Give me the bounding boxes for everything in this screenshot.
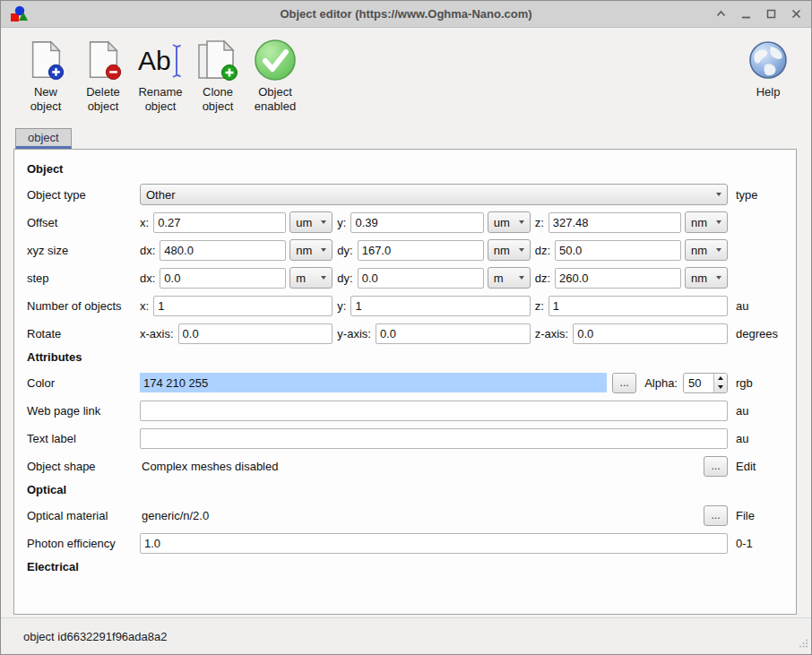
step-dz-input[interactable] — [555, 268, 681, 289]
xyz-size-dx-unit-select[interactable]: nm — [289, 239, 333, 261]
optical-material-row: Optical material generic/n/2.0 ... File — [25, 504, 787, 526]
color-browse-button[interactable]: ... — [612, 373, 636, 393]
offset-z-unit-select[interactable]: nm — [685, 211, 728, 233]
alpha-spinner[interactable]: 50 — [683, 373, 728, 393]
xyz-size-dx-prefix: dx: — [140, 244, 155, 257]
minimize-button[interactable] — [739, 8, 752, 21]
tab-bar: object — [1, 128, 811, 149]
rotate-y-prefix: y-axis: — [337, 327, 371, 340]
web-page-link-input[interactable] — [140, 401, 728, 421]
offset-x-input[interactable] — [153, 212, 286, 233]
tab-object[interactable]: object — [15, 128, 72, 149]
offset-z-unit-value: nm — [691, 216, 711, 229]
photon-efficiency-input[interactable] — [140, 533, 728, 554]
rotate-y-axis-input[interactable] — [376, 323, 531, 344]
chevron-down-icon — [716, 193, 721, 196]
object-type-select[interactable]: Other — [140, 184, 728, 205]
photon-efficiency-row: Photon efficiency 0-1 — [25, 532, 787, 554]
offset-y-unit-select[interactable]: um — [488, 211, 531, 233]
number-of-objects-y-input[interactable] — [350, 296, 530, 316]
resize-grip[interactable] — [798, 638, 808, 651]
color-row: Color 174 210 255 ... Alpha: 50 rgb — [25, 372, 787, 393]
offset-y-unit-value: um — [494, 216, 514, 229]
step-row: step dx: m dy: m dz: nm — [25, 267, 787, 289]
number-of-objects-x-input[interactable] — [153, 296, 333, 316]
window-title: Object editor (https://www.Oghma-Nano.co… — [1, 7, 811, 21]
optical-material-value: generic/n/2.0 — [140, 509, 704, 522]
xyz-size-dx-input[interactable] — [160, 240, 286, 261]
color-field[interactable]: 174 210 255 — [140, 373, 607, 392]
xyz-size-dy-unit-select[interactable]: nm — [488, 239, 531, 261]
chevron-down-icon — [716, 276, 721, 280]
rename-object-label: Rename object — [132, 85, 189, 113]
rotate-z-axis-input[interactable] — [573, 323, 728, 344]
maximize-button[interactable] — [764, 8, 777, 21]
optical-material-label: Optical material — [25, 509, 140, 522]
optical-material-file-button[interactable]: ... — [704, 505, 728, 526]
chevron-down-icon — [321, 248, 326, 252]
text-label-input[interactable] — [140, 428, 728, 449]
rotate-row: Rotate x-axis: y-axis: z-axis: degrees — [25, 323, 787, 344]
xyz-size-dz-unit-value: nm — [691, 244, 711, 257]
rotate-unit: degrees — [728, 327, 787, 340]
offset-y-input[interactable] — [350, 212, 483, 233]
step-dz-unit-select[interactable]: nm — [685, 267, 728, 289]
clone-object-button[interactable]: Clone object — [189, 37, 246, 113]
photon-efficiency-label: Photon efficiency — [25, 537, 140, 550]
color-label: Color — [25, 376, 140, 390]
help-label: Help — [756, 85, 781, 99]
step-dx-input[interactable] — [160, 268, 286, 289]
xyz-size-dy-unit-value: nm — [494, 244, 514, 257]
xyz-size-dz-prefix: dz: — [535, 244, 550, 257]
step-dy-input[interactable] — [358, 268, 484, 289]
object-enabled-button[interactable]: Object enabled — [246, 37, 304, 113]
chevron-down-icon — [321, 276, 326, 280]
toolbar: New object Delete object Ab — [1, 28, 811, 128]
help-button[interactable]: Help — [743, 37, 793, 99]
spinner-buttons — [713, 374, 727, 392]
close-button[interactable] — [790, 8, 802, 21]
spin-up-button[interactable] — [714, 374, 727, 384]
number-z-prefix: z: — [535, 299, 544, 313]
delete-object-label: Delete object — [74, 85, 132, 113]
chevron-down-icon — [519, 276, 524, 280]
spin-down-button[interactable] — [714, 383, 727, 392]
step-dx-unit-select[interactable]: m — [289, 267, 333, 289]
object-shape-edit-button[interactable]: ... — [704, 456, 728, 477]
offset-z-input[interactable] — [549, 212, 681, 233]
status-text: object id6632291f96ada8a2 — [23, 630, 167, 643]
section-electrical: Electrical — [27, 560, 787, 573]
step-label: step — [25, 271, 140, 285]
object-shape-unit: Edit — [728, 460, 787, 473]
rotate-x-axis-input[interactable] — [178, 323, 333, 344]
number-x-prefix: x: — [140, 299, 149, 313]
xyz-size-dz-input[interactable] — [555, 240, 681, 261]
photon-efficiency-unit: 0-1 — [728, 537, 787, 550]
statusbar: object id6632291f96ada8a2 — [1, 617, 811, 654]
step-dz-unit-value: nm — [691, 271, 711, 285]
minimize-icon — [740, 8, 752, 20]
new-object-button[interactable]: New object — [17, 37, 74, 113]
number-of-objects-z-input[interactable] — [549, 296, 728, 316]
object-enabled-label: Object enabled — [246, 85, 304, 113]
optical-material-unit: File — [728, 509, 787, 522]
delete-object-button[interactable]: Delete object — [74, 37, 132, 113]
object-type-row: Object type Other type — [25, 184, 787, 205]
number-of-objects-label: Number of objects — [25, 299, 140, 313]
step-dx-prefix: dx: — [140, 271, 155, 285]
shade-button[interactable] — [714, 8, 727, 21]
rotate-z-prefix: z-axis: — [535, 327, 569, 340]
chevron-down-icon — [716, 248, 721, 252]
object-type-value: Other — [146, 188, 711, 202]
xyz-size-dy-input[interactable] — [358, 240, 484, 261]
chevron-down-icon — [519, 248, 524, 252]
xyz-size-dz-unit-select[interactable]: nm — [685, 239, 728, 261]
rename-object-button[interactable]: Ab Rename object — [132, 37, 189, 113]
titlebar: Object editor (https://www.Oghma-Nano.co… — [1, 1, 811, 28]
offset-x-unit-select[interactable]: um — [289, 211, 333, 233]
object-type-label: Object type — [25, 188, 140, 202]
new-object-label: New object — [17, 85, 74, 113]
xyz-size-label: xyz size — [25, 244, 140, 257]
step-dy-unit-select[interactable]: m — [488, 267, 531, 289]
object-type-unit: type — [728, 188, 787, 202]
